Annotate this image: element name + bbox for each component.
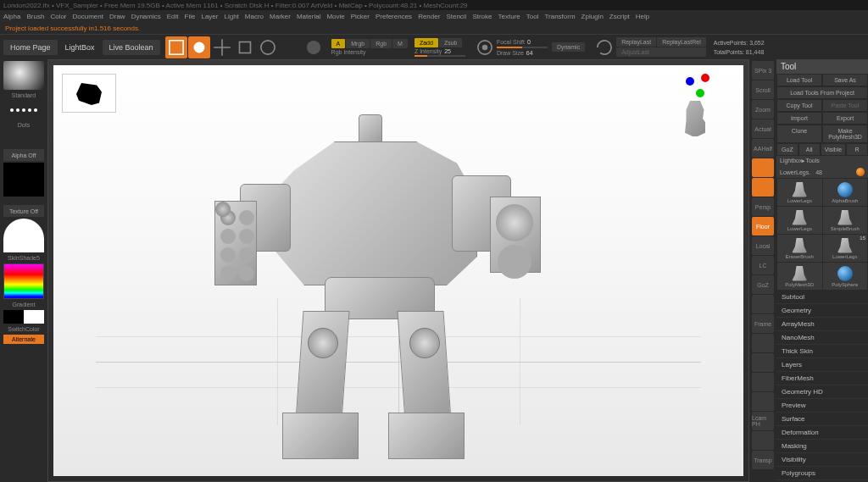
- tool-goz[interactable]: GoZ: [776, 143, 798, 156]
- nav-btn-spix-3[interactable]: SPix 3: [752, 61, 774, 80]
- focal-shift-slider[interactable]: [497, 47, 548, 48]
- menu-stroke[interactable]: Stroke: [472, 13, 492, 20]
- tool-export[interactable]: Export: [822, 112, 868, 125]
- menu-edit[interactable]: Edit: [167, 13, 179, 20]
- alternate-button[interactable]: Alternate: [3, 335, 44, 344]
- tool-save-as[interactable]: Save As: [822, 74, 868, 86]
- menu-movie[interactable]: Movie: [326, 13, 344, 20]
- tool-import[interactable]: Import: [776, 112, 822, 125]
- nav-btn-icon-19[interactable]: [752, 431, 774, 450]
- tool-visible[interactable]: Visible: [821, 143, 847, 156]
- section-fibermesh[interactable]: FiberMesh: [776, 372, 868, 385]
- nav-btn-scroll[interactable]: Scroll: [752, 80, 774, 99]
- scale-button[interactable]: [234, 36, 256, 58]
- nav-btn-icon-15[interactable]: [752, 353, 774, 372]
- nav-btn-icon-5[interactable]: [752, 158, 774, 177]
- menu-brush[interactable]: Brush: [26, 13, 44, 20]
- nav-btn-transp[interactable]: Transp: [752, 451, 774, 469]
- section-preview[interactable]: Preview: [776, 399, 868, 413]
- section-polygroups[interactable]: Polygroups: [776, 467, 868, 480]
- subtool-polymesh3d[interactable]: PolyMesh3D: [777, 263, 822, 290]
- nav-btn-frame[interactable]: Frame: [752, 314, 774, 333]
- rgb-mode[interactable]: Rgb: [370, 39, 392, 48]
- tool-copy-tool[interactable]: Copy Tool: [776, 99, 822, 112]
- nav-btn-aahalf[interactable]: AAHalf: [752, 139, 774, 158]
- nav-btn-icon-6[interactable]: [752, 178, 774, 197]
- nav-btn-lcam-ph[interactable]: Lcam PH: [752, 412, 774, 430]
- nav-btn-local[interactable]: Local: [752, 236, 774, 255]
- section-geometry[interactable]: Geometry: [776, 304, 868, 318]
- reference-thumbnail[interactable]: [62, 74, 116, 113]
- draw-button[interactable]: [188, 36, 210, 58]
- menu-alpha[interactable]: Alpha: [3, 13, 20, 20]
- nav-btn-icon-17[interactable]: [752, 392, 774, 411]
- zsub-mode[interactable]: Zsub: [439, 38, 463, 47]
- m-mode[interactable]: M: [392, 39, 408, 48]
- subtool-lowerlegs[interactable]: LowerLegs: [777, 179, 822, 206]
- mrgb-mode[interactable]: Mrgb: [346, 39, 370, 48]
- tab-lightbox[interactable]: LightBox: [58, 40, 102, 55]
- menu-document[interactable]: Document: [73, 13, 103, 20]
- menu-preferences[interactable]: Preferences: [376, 13, 412, 20]
- menu-material[interactable]: Material: [297, 13, 320, 20]
- alpha-preview[interactable]: [3, 163, 44, 197]
- mech-model[interactable]: [189, 99, 562, 472]
- nav-btn-icon-16[interactable]: [752, 373, 774, 391]
- tool-load-tools-from-project[interactable]: Load Tools From Project: [776, 86, 868, 99]
- stroke-preview[interactable]: [3, 101, 44, 119]
- replay-last-rel[interactable]: ReplayLastRel: [657, 37, 706, 47]
- color-swatches[interactable]: [3, 310, 44, 324]
- menu-picker[interactable]: Picker: [351, 13, 370, 20]
- subtool-simplebrush[interactable]: SimpleBrush: [823, 207, 868, 234]
- subtool-lowerlegs[interactable]: LowerLegs15: [823, 235, 868, 262]
- section-surface[interactable]: Surface: [776, 413, 868, 426]
- tool-clone[interactable]: Clone: [776, 125, 822, 143]
- menu-texture[interactable]: Texture: [498, 13, 520, 20]
- viewport[interactable]: [53, 65, 743, 476]
- camera-head-reference[interactable]: [682, 101, 708, 136]
- menu-macro[interactable]: Macro: [245, 13, 264, 20]
- tool-make-polymesh3d[interactable]: Make PolyMesh3D: [822, 125, 868, 143]
- tool-paste-tool[interactable]: Paste Tool: [822, 99, 868, 112]
- tool-load-tool[interactable]: Load Tool: [776, 74, 822, 86]
- section-subtool[interactable]: Subtool: [776, 291, 868, 304]
- subtool-lowerlegs[interactable]: LowerLegs: [777, 207, 822, 234]
- subtool-polysphere[interactable]: PolySphere: [823, 263, 868, 290]
- section-geometry-hd[interactable]: Geometry HD: [776, 385, 868, 399]
- tab-home[interactable]: Home Page: [3, 40, 58, 55]
- axis-gizmo[interactable]: [686, 74, 709, 97]
- a-mode[interactable]: A: [331, 39, 346, 48]
- section-deformation[interactable]: Deformation: [776, 426, 868, 440]
- section-visibility[interactable]: Visibility: [776, 453, 868, 467]
- subtool-eraserbrush[interactable]: EraserBrush: [777, 235, 822, 262]
- sculptris-button[interactable]: [280, 36, 302, 58]
- nav-btn-persp[interactable]: Persp: [752, 197, 774, 216]
- zadd-mode[interactable]: Zadd: [415, 38, 438, 47]
- texture-preview[interactable]: [3, 219, 44, 252]
- menu-transform[interactable]: Transform: [544, 13, 575, 20]
- rotate-button[interactable]: [257, 36, 279, 58]
- menu-render[interactable]: Render: [418, 13, 440, 20]
- nav-btn-icon-12[interactable]: [752, 295, 774, 313]
- lightbox-tools-row[interactable]: Lightbox▸Tools: [776, 156, 868, 166]
- menu-zplugin[interactable]: Zplugin: [581, 13, 604, 20]
- nav-btn-goz[interactable]: GoZ: [752, 275, 774, 294]
- menu-color[interactable]: Color: [50, 13, 66, 20]
- menu-file[interactable]: File: [185, 13, 196, 20]
- texture-off-button[interactable]: Texture Off: [3, 205, 44, 217]
- nav-btn-floor[interactable]: Floor: [752, 217, 774, 235]
- menu-dynamics[interactable]: Dynamics: [131, 13, 161, 20]
- color-picker[interactable]: [3, 263, 44, 299]
- section-thick-skin[interactable]: Thick Skin: [776, 345, 868, 358]
- edit-button[interactable]: [165, 36, 187, 58]
- menu-help[interactable]: Help: [636, 13, 649, 20]
- replay-last[interactable]: ReplayLast: [616, 37, 656, 47]
- section-nanomesh[interactable]: NanoMesh: [776, 331, 868, 345]
- alpha-off-button[interactable]: Alpha Off: [3, 149, 44, 161]
- dynamesh-button[interactable]: [303, 36, 325, 58]
- tool-r[interactable]: R: [846, 143, 868, 156]
- z-intensity-slider[interactable]: [415, 55, 465, 57]
- menu-light[interactable]: Light: [224, 13, 238, 20]
- move-button[interactable]: [211, 36, 233, 58]
- menu-stencil[interactable]: Stencil: [446, 13, 466, 20]
